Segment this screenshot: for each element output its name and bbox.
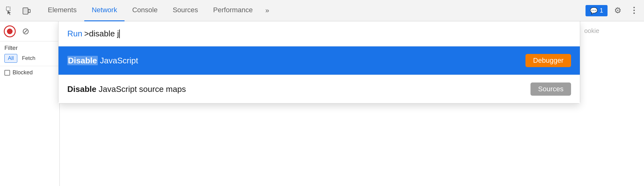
command-result-2[interactable]: Disable JavaScript source maps Sources — [58, 75, 580, 103]
filter-chips: All Fetch — [4, 54, 55, 63]
tab-more-button[interactable]: » — [260, 0, 274, 21]
badge-count: 1 — [600, 7, 603, 14]
devtools-container: Elements Network Console Sources Perform… — [0, 0, 644, 186]
faded-cookie-text: ookie — [581, 21, 599, 35]
right-faded-overlay: ookie — [581, 21, 644, 186]
record-inner-dot — [7, 29, 13, 34]
command-input-row: Run >disable j — [58, 21, 580, 46]
result-text-1: Disable JavaScript — [67, 56, 525, 66]
tab-bar-right: 💬 1 ⚙ ⋮ — [586, 4, 640, 17]
result-2-match: Disable — [67, 84, 97, 94]
result-1-rest: JavaScript — [98, 56, 138, 65]
record-button[interactable] — [4, 25, 16, 37]
feedback-badge-button[interactable]: 💬 1 — [586, 5, 608, 16]
tab-bar-icons — [4, 4, 33, 17]
tab-performance[interactable]: Performance — [206, 0, 260, 21]
tab-items: Elements Network Console Sources Perform… — [40, 0, 584, 21]
command-input-text[interactable]: >disable j — [84, 29, 120, 39]
chat-icon: 💬 — [590, 7, 598, 14]
settings-gear-icon[interactable]: ⚙ — [611, 4, 624, 17]
main-area: ⊘ Filter All Fetch Blocked — [0, 21, 644, 186]
tab-network[interactable]: Network — [84, 0, 125, 21]
tab-bar: Elements Network Console Sources Perform… — [0, 0, 644, 21]
blocked-checkbox[interactable] — [4, 70, 10, 76]
inspect-icon[interactable] — [4, 4, 16, 17]
tab-sources[interactable]: Sources — [165, 0, 206, 21]
command-result-1[interactable]: Disable JavaScript Debugger — [58, 46, 580, 75]
result-1-match: Disable — [67, 56, 98, 65]
blocked-label: Blocked — [13, 69, 33, 76]
result-2-rest: JavaScript source maps — [97, 84, 186, 94]
chip-fetch[interactable]: Fetch — [19, 54, 39, 63]
tab-console[interactable]: Console — [125, 0, 165, 21]
filter-section: Filter All Fetch — [0, 41, 59, 66]
result-1-tag[interactable]: Debugger — [525, 54, 571, 67]
chip-all[interactable]: All — [4, 54, 17, 63]
svg-rect-0 — [6, 7, 10, 11]
clear-button[interactable]: ⊘ — [19, 25, 31, 37]
command-palette: Run >disable j Disable JavaScript Debugg… — [58, 21, 580, 104]
result-2-tag[interactable]: Sources — [530, 82, 571, 96]
run-label: Run — [67, 29, 82, 39]
sidebar-toolbar: ⊘ — [0, 21, 59, 41]
svg-rect-3 — [28, 9, 30, 13]
text-cursor — [119, 29, 120, 38]
device-toggle-icon[interactable] — [20, 4, 33, 17]
filter-label: Filter — [4, 45, 55, 51]
network-sidebar: ⊘ Filter All Fetch Blocked — [0, 21, 60, 186]
blocked-row: Blocked — [0, 66, 59, 79]
result-text-2: Disable JavaScript source maps — [67, 84, 530, 94]
tab-elements[interactable]: Elements — [40, 0, 84, 21]
more-options-icon[interactable]: ⋮ — [628, 4, 640, 17]
svg-rect-2 — [24, 8, 27, 13]
